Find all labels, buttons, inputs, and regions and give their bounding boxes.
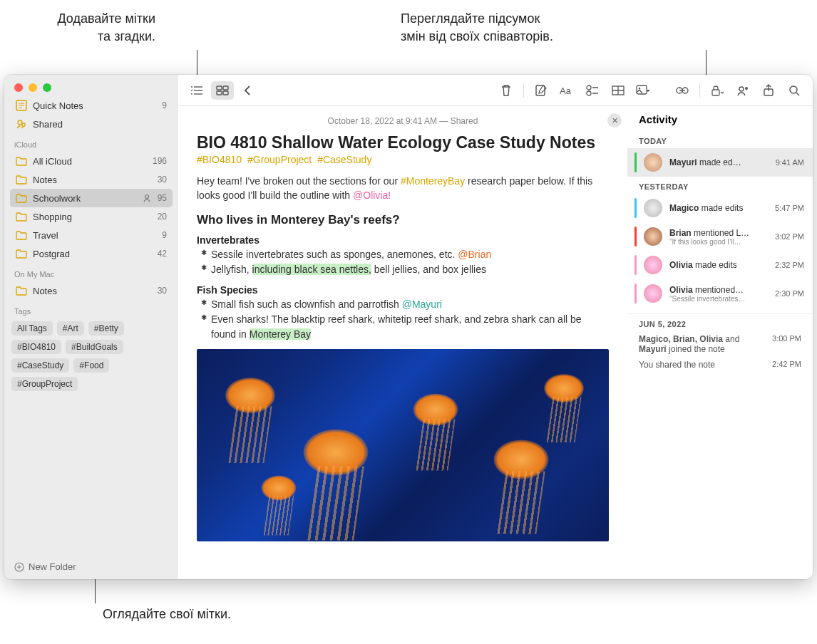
activity-item[interactable]: Mayuri made ed… 9:41 AM [627,148,813,177]
sidebar-item-folder[interactable]: Postgrad 42 [10,244,173,263]
sidebar-item-folder[interactable]: Shopping 20 [10,207,173,226]
sidebar-item-folder[interactable]: Schoolwork 95 [10,189,173,207]
checklist-button[interactable] [581,81,604,100]
sidebar-item-label: Notes [33,286,152,296]
table-button[interactable] [607,81,630,100]
svg-point-19 [739,87,744,91]
activity-panel: Activity TODAY Mayuri made ed… 9:41 AM Y… [627,106,813,579]
sidebar-item-folder[interactable]: Notes 30 [10,281,173,300]
note-intro: Hey team! I've broken out the sections f… [197,174,609,203]
sidebar-item-label: Schoolwork [33,193,136,204]
note-attached-image[interactable] [197,349,609,541]
activity-plain-item: Magico, Brian, Olivia and Mayuri joined … [627,331,813,357]
note-tags: #BIO4810 #GroupProject #CaseStudy [197,154,609,165]
plus-circle-icon [14,562,24,572]
media-button[interactable] [632,81,655,100]
gallery-view-button[interactable] [211,81,234,100]
tag-pill[interactable]: #GroupProject [11,377,78,391]
new-note-button[interactable] [530,81,553,100]
avatar [644,199,662,217]
sidebar-item-label: Shared [33,119,167,130]
tag-pill[interactable]: All Tags [11,321,53,336]
activity-time: 3:02 PM [775,232,804,241]
folder-icon [16,192,27,204]
svg-point-1 [18,120,22,125]
sidebar-item-shared[interactable]: Shared [10,115,173,133]
delete-button[interactable] [495,81,518,100]
svg-point-3 [145,195,148,199]
sidebar-item-label: Travel [33,230,156,241]
new-folder-button[interactable]: New Folder [4,554,178,579]
tag-pill[interactable]: #BuildGoals [66,340,123,354]
svg-point-11 [587,85,591,90]
shared-badge-icon [142,193,152,203]
sidebar-item-count: 30 [158,175,167,185]
avatar [644,256,662,274]
tag-pill[interactable]: #BIO4810 [11,340,61,354]
activity-section-today: TODAY [627,131,813,148]
activity-title: Activity [627,106,813,131]
note-content[interactable]: October 18, 2022 at 9:41 AM — Shared BIO… [178,106,627,579]
close-activity-button[interactable]: ✕ [607,113,622,128]
svg-rect-8 [223,91,228,95]
sidebar-item-label: Shopping [33,212,152,222]
mention-olivia[interactable]: @Olivia! [353,189,391,201]
folder-icon [16,174,27,185]
tag-pill[interactable]: #Art [57,321,84,336]
shared-folder-icon [16,118,27,130]
back-button[interactable] [237,81,260,100]
quick-notes-icon [16,100,27,111]
svg-text:Aa: Aa [560,85,572,96]
activity-time: 5:47 PM [775,204,804,212]
share-button[interactable] [757,81,780,100]
minimize-window-button[interactable] [29,83,37,92]
folder-icon [16,229,27,241]
sidebar-item-folder[interactable]: All iCloud 196 [10,152,173,170]
svg-point-22 [790,86,797,93]
tag-pill[interactable]: #Food [73,358,109,373]
folder-icon [16,155,27,167]
sidebar-item-count: 42 [158,249,167,259]
list-item: Small fish such as clownfish and parrotf… [201,297,609,312]
callout-tags-mentions: Додавайте мітки та згадки. [57,10,155,46]
activity-item[interactable]: Olivia made edits 2:32 PM [627,251,813,279]
sidebar-section-tags: Tags [4,300,178,318]
activity-item[interactable]: Olivia mentioned…"Sessile invertebrates…… [627,279,813,308]
sidebar-section-onmymac: On My Mac [4,263,178,281]
collaborate-button[interactable] [731,81,754,100]
activity-section-yesterday: YESTERDAY [627,177,813,194]
list-view-button[interactable] [185,81,208,100]
search-button[interactable] [783,81,806,100]
hashtag[interactable]: #MontereyBay [401,175,465,187]
tag-pill[interactable]: #Betty [88,321,124,336]
svg-point-15 [639,87,641,89]
sidebar-item-quick-notes[interactable]: Quick Notes 9 [10,96,173,115]
note-subheading-fish: Fish Species [197,284,609,296]
new-folder-label: New Folder [29,561,76,572]
mention-mayuri[interactable]: @Mayuri [402,298,442,310]
sidebar-item-count: 30 [158,286,167,296]
mention-brian[interactable]: @Brian [458,249,491,260]
sidebar-item-folder[interactable]: Travel 9 [10,226,173,244]
list-item: Jellyfish, including black sea nettles, … [201,262,609,277]
activity-item[interactable]: Magico made edits 5:47 PM [627,194,813,222]
folder-icon [16,285,27,296]
svg-rect-18 [712,90,719,95]
lock-button[interactable] [706,81,729,100]
notes-window: Quick Notes 9 Shared iCloud All iCloud 1… [4,75,813,579]
close-window-button[interactable] [14,83,23,92]
zoom-window-button[interactable] [43,83,51,92]
sidebar: Quick Notes 9 Shared iCloud All iCloud 1… [4,75,178,579]
activity-color-bar [634,152,637,172]
sidebar-item-count: 9 [162,230,167,240]
format-button[interactable]: Aa [555,81,578,100]
link-button[interactable] [671,81,694,100]
note-subheading-invertebrates: Invertebrates [197,234,609,246]
activity-time: 2:30 PM [775,289,804,298]
note-title: BIO 4810 Shallow Water Ecology Case Stud… [197,133,609,152]
svg-rect-5 [217,86,222,90]
edit-highlight: Monterey Bay [250,328,311,340]
tag-pill[interactable]: #CaseStudy [11,358,69,373]
sidebar-item-folder[interactable]: Notes 30 [10,170,173,189]
activity-item[interactable]: Brian mentioned L…"If this looks good I'… [627,222,813,251]
